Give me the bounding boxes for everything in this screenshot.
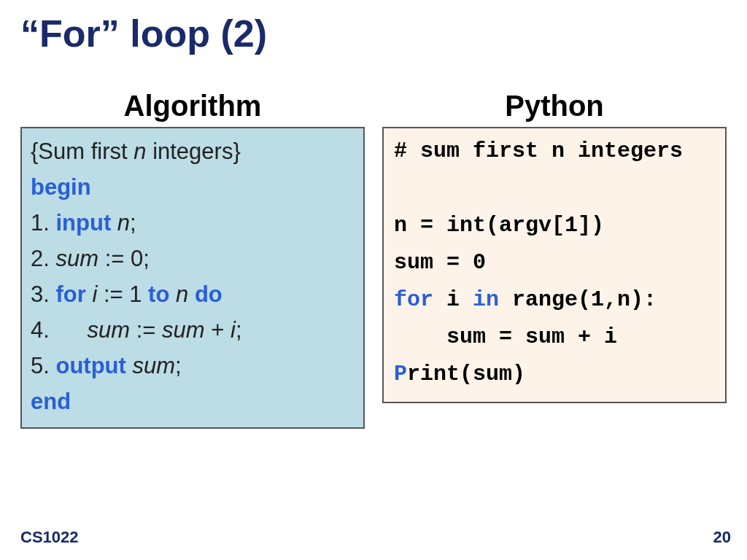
slide-title: “For” loop (2) — [20, 13, 727, 55]
footer-page: 20 — [713, 528, 731, 547]
algo-line-1: 1. input n; — [31, 206, 355, 241]
algorithm-box: {Sum first n integers} begin 1. input n;… — [20, 127, 365, 429]
columns: Algorithm {Sum first n integers} begin 1… — [20, 90, 727, 429]
algo-line-3: 3. for i := 1 to n do — [31, 277, 355, 313]
py-line-for: for i in range(1,n): — [394, 281, 718, 319]
footer-course: CS1022 — [20, 528, 79, 547]
py-line-comment: # sum first n integers — [394, 133, 718, 170]
algo-line-end: end — [31, 384, 355, 420]
algorithm-column: Algorithm {Sum first n integers} begin 1… — [20, 90, 365, 429]
algo-line-begin: begin — [31, 170, 355, 206]
py-line-print: Print(sum) — [394, 356, 718, 393]
py-line-sum: sum = 0 — [394, 244, 718, 281]
python-heading: Python — [382, 90, 727, 122]
py-line-blank — [394, 170, 718, 207]
algo-line-2: 2. sum := 0; — [31, 241, 355, 277]
py-line-n: n = int(argv[1]) — [394, 207, 718, 244]
algo-line-5: 5. output sum; — [31, 349, 355, 384]
slide: “For” loop (2) Algorithm {Sum first n in… — [0, 0, 747, 560]
python-box: # sum first n integers n = int(argv[1]) … — [382, 127, 727, 403]
algo-line-4: 4. sum := sum + i; — [31, 313, 355, 349]
python-column: Python # sum first n integers n = int(ar… — [382, 90, 727, 403]
algorithm-heading: Algorithm — [20, 90, 365, 122]
py-line-body: sum = sum + i — [394, 319, 718, 356]
algo-line-title: {Sum first n integers} — [31, 134, 355, 170]
